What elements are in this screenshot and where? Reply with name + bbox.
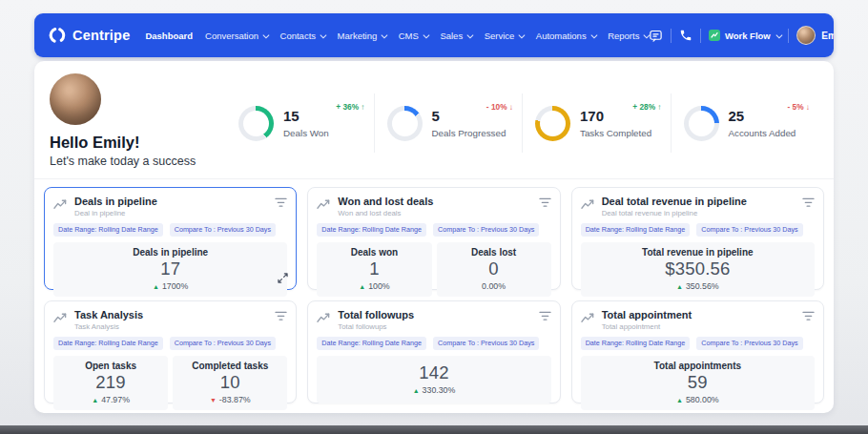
brand-logo[interactable]: Centripe [48, 26, 130, 45]
metric-change: ▲1700% [57, 281, 283, 291]
metric-change-text: -83.87% [219, 395, 251, 404]
divider [700, 29, 701, 43]
metric-panel: Completed tasks 10 ▼-83.87% [173, 356, 287, 410]
metric-value: 10 [176, 372, 283, 393]
filter-icon[interactable] [275, 197, 287, 208]
phone-icon[interactable] [679, 29, 692, 42]
nav-item-service[interactable]: Service [485, 31, 524, 41]
trend-icon [581, 198, 595, 210]
widget-title: Total followups [338, 309, 414, 320]
widget-card[interactable]: Total followups Total followups Date Ran… [307, 300, 560, 403]
stat-card: 25 Accounts Added - 5% ↓ [671, 93, 819, 153]
metric-panel: Deals lost 0 0.00% [437, 242, 551, 297]
compare-to-badge: Compare To : Previous 30 Days [170, 337, 276, 350]
widget-titles: Total followups Total followups [338, 309, 414, 331]
filter-icon[interactable] [539, 311, 551, 321]
metric-change: ▲47.97% [57, 395, 164, 404]
stat-value: 15 [283, 108, 329, 124]
nav-item-label: Automations [536, 31, 587, 41]
stat-change: + 28% ↑ [632, 102, 661, 112]
widget-title: Deals in pipeline [74, 196, 157, 207]
metric-panel: Deals won 1 ▲100% [317, 242, 431, 297]
widget-badges: Date Range: Rolling Date Range Compare T… [581, 223, 815, 237]
user-menu[interactable]: Emily Johnson [796, 26, 834, 45]
greeting-title: Hello Emily! [50, 134, 226, 152]
nav-item-cms[interactable]: CMS [399, 31, 428, 41]
metric-change-text: 0.00% [482, 281, 506, 291]
widget-subtitle: Task Analysis [74, 322, 143, 331]
nav-item-sales[interactable]: Sales [440, 31, 471, 41]
widget-card[interactable]: Deal total revenue in pipeline Deal tota… [571, 187, 824, 290]
chat-icon[interactable] [649, 29, 663, 43]
compare-to-badge: Compare To : Previous 30 Days [696, 337, 802, 350]
stat-card: 15 Deals Won + 36% ↑ [226, 93, 374, 153]
metric-label: Total appointments [585, 361, 811, 371]
nav-item-reports[interactable]: Reports [608, 31, 649, 41]
user-name: Emily Johnson [821, 31, 834, 41]
nav-item-conversation[interactable]: Conversation [205, 31, 267, 41]
chevron-down-icon [467, 31, 473, 37]
nav-item-label: Conversation [205, 31, 258, 41]
widget-body: Deals in pipeline 17 ▲1700% [53, 242, 287, 297]
widget-badges: Date Range: Rolling Date Range Compare T… [53, 223, 287, 237]
stat-card: 5 Deals Progressed - 10% ↓ [374, 93, 523, 153]
nav-item-dashboard[interactable]: Dashboard [145, 31, 193, 41]
nav-item-label: Sales [440, 31, 463, 41]
chevron-down-icon [263, 31, 269, 37]
metric-change: ▲100% [320, 281, 427, 291]
compare-to-badge: Compare To : Previous 30 Days [433, 223, 539, 237]
metric-change-text: 580.00% [686, 395, 719, 404]
trend-icon [581, 312, 595, 323]
trend-arrow-icon: ▲ [153, 283, 159, 290]
metric-change: ▲330.30% [320, 385, 547, 395]
compare-to-badge: Compare To : Previous 30 Days [696, 223, 802, 237]
filter-icon[interactable] [802, 311, 815, 321]
metric-label: Open tasks [57, 361, 164, 371]
stat-label: Deals Won [283, 128, 329, 138]
metric-label: Deals in pipeline [57, 247, 283, 258]
widget-subtitle: Deal total revenue in pipeline [602, 209, 747, 217]
widget-body: Total appointments 59 ▲580.00% [581, 356, 815, 410]
widget-card[interactable]: Deals in pipeline Deal in pipeline Date … [44, 187, 297, 290]
centripe-logo-icon [48, 26, 67, 45]
metric-panel: Total revenue in pipeline $350.56 ▲350.5… [581, 242, 815, 297]
metric-panel: Open tasks 219 ▲47.97% [53, 356, 168, 410]
nav-item-contacts[interactable]: Contacts [280, 31, 325, 41]
chevron-down-icon [776, 31, 782, 37]
progress-ring [535, 106, 570, 141]
stat-text: 25 Accounts Added [729, 108, 796, 138]
filter-icon[interactable] [539, 197, 551, 208]
widget-titles: Total appointment Total appointment [602, 309, 692, 331]
nav-item-label: Dashboard [145, 31, 193, 41]
metric-change-text: 1700% [162, 281, 188, 291]
metric-value: 219 [57, 372, 164, 393]
widget-card[interactable]: Won and lost deals Won and lost deals Da… [307, 187, 560, 290]
stat-value: 25 [729, 108, 796, 124]
stat-card: 170 Tasks Completed + 28% ↑ [522, 93, 671, 153]
navbar-right: Work Flow Emily Johnson [649, 26, 834, 45]
chevron-down-icon [519, 31, 525, 37]
widget-subtitle: Total appointment [602, 322, 692, 331]
widget-card[interactable]: Task Analysis Task Analysis Date Range: … [44, 300, 297, 403]
metric-value: 0 [441, 258, 548, 279]
metric-panel: Deals in pipeline 17 ▲1700% [53, 242, 287, 297]
nav-item-label: Contacts [280, 31, 317, 41]
metric-panel: 142 ▲330.30% [317, 356, 550, 403]
divider [671, 29, 672, 43]
filter-icon[interactable] [802, 197, 815, 208]
widget-body: Open tasks 219 ▲47.97% Completed tasks 1… [53, 356, 287, 410]
nav-item-automations[interactable]: Automations [536, 31, 595, 41]
metric-change: ▼-83.87% [176, 395, 283, 404]
stat-text: 170 Tasks Completed [580, 108, 651, 138]
greeting-subtitle: Let's make today a success [50, 155, 226, 168]
widget-card[interactable]: Total appointment Total appointment Date… [571, 300, 824, 403]
workflow-menu[interactable]: Work Flow [709, 30, 780, 41]
filter-icon[interactable] [275, 311, 287, 321]
trend-arrow-icon: ▼ [210, 397, 217, 403]
expand-icon[interactable] [278, 273, 288, 283]
nav-item-marketing[interactable]: Marketing [338, 31, 386, 41]
nav-item-label: Service [485, 31, 515, 41]
compare-to-badge: Compare To : Previous 30 Days [433, 337, 539, 350]
widget-body: Total revenue in pipeline $350.56 ▲350.5… [581, 242, 815, 297]
date-range-badge: Date Range: Rolling Date Range [53, 223, 163, 237]
